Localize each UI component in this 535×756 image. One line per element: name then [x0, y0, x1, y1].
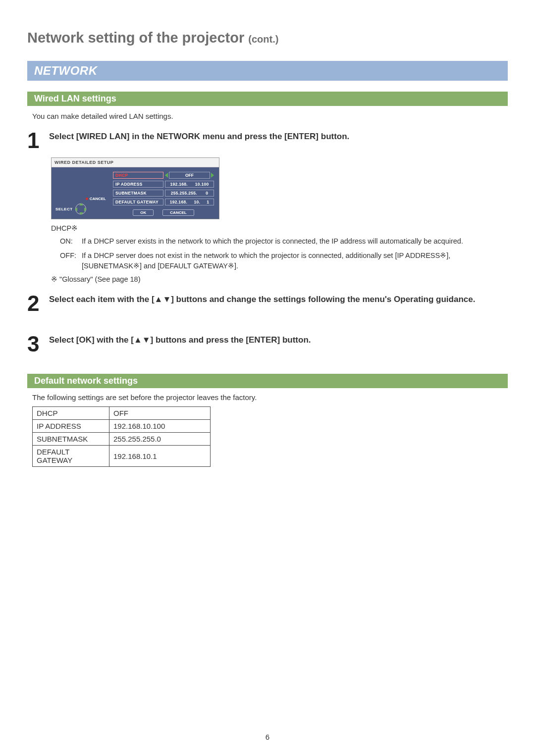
- osd-ok-button: OK: [133, 209, 154, 216]
- osd-select-hint: SELECT: [55, 203, 106, 215]
- dhcp-off-row: OFF: If a DHCP server does not exist in …: [51, 251, 508, 271]
- step-2-row: 2 Select each item with the [▲▼] buttons…: [27, 293, 508, 312]
- dhcp-on-row: ON: If a DHCP server exists in the netwo…: [51, 236, 508, 247]
- dhcp-off-text: If a DHCP server does not exist in the n…: [82, 251, 508, 271]
- arrow-left-icon: [165, 173, 168, 178]
- defaults-table: DHCP OFF IP ADDRESS 192.168.10.100 SUBNE…: [32, 406, 211, 467]
- table-row: SUBNETMASK 255.255.255.0: [33, 433, 211, 446]
- defaults-intro: The following settings are set before th…: [32, 393, 508, 402]
- dpad-icon: [75, 203, 87, 215]
- defaults-ip-k: IP ADDRESS: [33, 420, 109, 433]
- osd-button-row: OK CANCEL: [113, 209, 214, 216]
- table-row: IP ADDRESS 192.168.10.100: [33, 420, 211, 433]
- dhcp-explain-block: DHCP※ ON: If a DHCP server exists in the…: [51, 224, 508, 271]
- dhcp-on-text: If a DHCP server exists in the network t…: [82, 236, 508, 247]
- defaults-gw-v: 192.168.10.1: [109, 446, 211, 467]
- glossary-text: "Glossary" (See page 18): [59, 275, 140, 283]
- defaults-sn-k: SUBNETMASK: [33, 433, 109, 446]
- dhcp-head-mark: ※: [71, 224, 78, 232]
- step-1-row: 1 Select [WIRED LAN] in the NETWORK menu…: [27, 130, 508, 150]
- osd-sn-label: SUBNETMASK: [113, 190, 163, 197]
- step-1-title: Select [WIRED LAN] in the NETWORK menu a…: [49, 131, 508, 142]
- subsection-defaults: Default network settings: [27, 374, 508, 388]
- osd-select-label: SELECT: [55, 207, 73, 211]
- table-row: DEFAULT GATEWAY 192.168.10.1: [33, 446, 211, 467]
- step-3-title: Select [OK] with the [▲▼] buttons and pr…: [49, 335, 508, 346]
- step-3-number: 3: [27, 334, 49, 353]
- osd-ip-value: 192.168.10.100: [165, 181, 214, 188]
- section-bar-wrap: NETWORK: [27, 61, 508, 81]
- glossary-mark: ※: [51, 275, 57, 283]
- osd-cancel-button: CANCEL: [162, 209, 194, 216]
- osd-gw-value: 192.168.10.1: [165, 199, 214, 205]
- page-title-cont: (cont.): [248, 34, 278, 45]
- osd-row-subnetmask: SUBNETMASK 255.255.255.0: [113, 189, 214, 197]
- osd-cancel-hint: CANCEL: [55, 197, 106, 201]
- cancel-dot-icon: [86, 198, 88, 200]
- osd-row-dhcp: DHCP OFF: [113, 171, 214, 179]
- osd-dhcp-value: OFF: [169, 172, 210, 179]
- dhcp-off-label: OFF:: [51, 251, 82, 271]
- osd-gw-label: DEFAULT GATEWAY: [113, 199, 163, 205]
- glossary-note: ※ "Glossary" (See page 18): [51, 275, 508, 283]
- dhcp-head-label: DHCP: [51, 224, 71, 232]
- osd-ip-label: IP ADDRESS: [113, 181, 163, 188]
- osd-wrap: WIRED DETAILED SETUP CANCEL SELECT: [51, 157, 508, 219]
- step-3-row: 3 Select [OK] with the [▲▼] buttons and …: [27, 334, 508, 353]
- step-2-title: Select each item with the [▲▼] buttons a…: [49, 294, 508, 305]
- step-1-number: 1: [27, 130, 49, 150]
- step-2-number: 2: [27, 293, 49, 312]
- osd-panel: WIRED DETAILED SETUP CANCEL SELECT: [51, 157, 219, 219]
- wired-lan-intro: You can make detailed wired LAN settings…: [32, 111, 508, 121]
- page-title: Network setting of the projector (cont.): [27, 30, 508, 46]
- defaults-dhcp-k: DHCP: [33, 407, 109, 420]
- page-number: 6: [0, 733, 535, 741]
- osd-cancel-label: CANCEL: [90, 197, 106, 201]
- osd-title: WIRED DETAILED SETUP: [52, 158, 219, 167]
- table-row: DHCP OFF: [33, 407, 211, 420]
- subsection-wired-lan: Wired LAN settings: [27, 92, 508, 106]
- section-heading: NETWORK: [27, 62, 508, 80]
- defaults-sn-v: 255.255.255.0: [109, 433, 211, 446]
- defaults-gw-k: DEFAULT GATEWAY: [33, 446, 109, 467]
- osd-dhcp-label: DHCP: [113, 172, 163, 179]
- osd-sn-value: 255.255.255.0: [165, 190, 214, 197]
- page-title-main: Network setting of the projector: [27, 30, 244, 46]
- osd-row-gateway: DEFAULT GATEWAY 192.168.10.1: [113, 198, 214, 205]
- defaults-ip-v: 192.168.10.100: [109, 420, 211, 433]
- defaults-dhcp-v: OFF: [109, 407, 211, 420]
- arrow-right-icon: [211, 173, 214, 178]
- osd-row-ip: IP ADDRESS 192.168.10.100: [113, 180, 214, 188]
- dhcp-on-label: ON:: [51, 236, 82, 247]
